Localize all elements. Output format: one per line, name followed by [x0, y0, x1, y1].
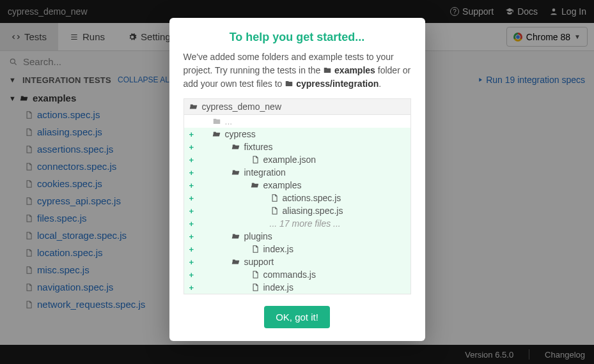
scaffold-line: +actions.spec.js — [184, 192, 411, 204]
scaffold-line: +cypress — [184, 128, 411, 140]
scaffold-ellipsis: ... — [184, 115, 411, 128]
folder-icon — [212, 117, 221, 126]
plus-icon: + — [189, 142, 196, 152]
plus-icon: + — [189, 283, 196, 292]
folder-open-icon — [231, 257, 240, 266]
scaffold-root: cypress_demo_new — [184, 98, 411, 115]
scaffold-line: +support — [184, 255, 411, 268]
scaffold-line: +plugins — [184, 230, 411, 243]
scaffold-line: +integration — [184, 166, 411, 179]
plus-icon: + — [189, 130, 196, 139]
scaffold-line: +example.json — [184, 153, 411, 166]
folder-open-icon — [212, 130, 221, 139]
scaffold-line: +examples — [184, 179, 411, 192]
file-icon — [270, 206, 279, 215]
folder-open-icon — [189, 102, 198, 111]
folder-open-icon — [251, 181, 260, 190]
plus-icon: + — [189, 232, 196, 241]
plus-icon: + — [189, 257, 196, 267]
plus-icon: + — [189, 219, 196, 229]
plus-icon: + — [189, 193, 196, 203]
modal-overlay[interactable]: To help you get started... We've added s… — [0, 0, 594, 364]
plus-icon: + — [189, 181, 196, 190]
folder-icon — [323, 66, 332, 75]
modal-intro: We've added some folders and example tes… — [184, 50, 411, 91]
folder-open-icon — [231, 168, 240, 177]
folder-icon — [285, 79, 293, 88]
file-icon — [251, 155, 260, 164]
scaffold-line: +fixtures — [184, 140, 411, 153]
folder-open-icon — [231, 142, 240, 151]
onboarding-modal: To help you get started... We've added s… — [169, 18, 425, 341]
scaffold-line: +index.js — [184, 243, 411, 255]
ok-button[interactable]: OK, got it! — [264, 306, 330, 328]
scaffold-line: +commands.js — [184, 268, 411, 281]
scaffold-line: +aliasing.spec.js — [184, 204, 411, 217]
plus-icon: + — [189, 155, 196, 165]
file-icon — [251, 283, 260, 292]
scaffold-tree: cypress_demo_new ... +cypress+fixtures+e… — [184, 98, 411, 294]
plus-icon: + — [189, 245, 196, 254]
plus-icon: + — [189, 168, 196, 178]
scaffold-line: +... 17 more files ... — [184, 217, 411, 230]
folder-open-icon — [231, 232, 240, 241]
plus-icon: + — [189, 206, 196, 216]
plus-icon: + — [189, 270, 196, 280]
scaffold-line: +index.js — [184, 281, 411, 294]
file-icon — [251, 270, 260, 279]
file-icon — [270, 193, 279, 202]
file-icon — [251, 245, 260, 254]
modal-title: To help you get started... — [184, 31, 411, 44]
